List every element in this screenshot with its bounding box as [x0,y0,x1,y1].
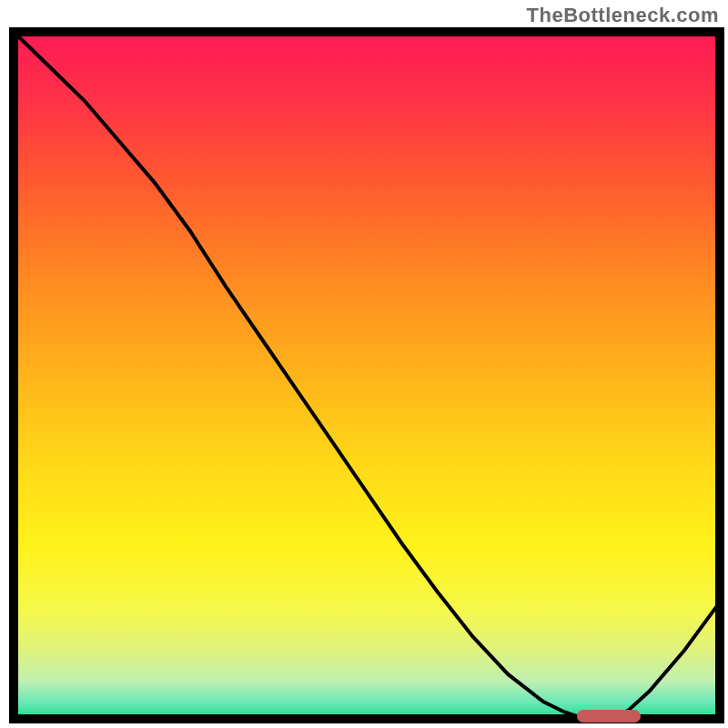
chart-svg [0,0,728,728]
plot-background [14,32,720,719]
watermark-text: TheBottleneck.com [527,4,719,27]
chart-container: TheBottleneck.com [0,0,728,728]
optimal-marker [577,710,641,723]
